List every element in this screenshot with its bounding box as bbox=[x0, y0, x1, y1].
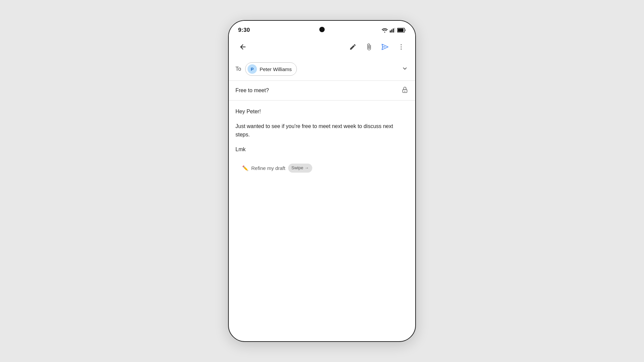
to-field: To P Peter Williams bbox=[229, 58, 415, 81]
swipe-label: Swipe → bbox=[291, 165, 309, 172]
svg-rect-5 bbox=[398, 28, 404, 32]
status-bar: 9:30 bbox=[229, 21, 415, 36]
swipe-badge[interactable]: Swipe → bbox=[288, 164, 312, 173]
more-options-button[interactable] bbox=[394, 40, 409, 54]
refine-bar[interactable]: ✏️ Refine my draft Swipe → bbox=[235, 160, 409, 177]
camera-notch bbox=[319, 27, 325, 32]
subject-field[interactable]: Free to meet? bbox=[229, 81, 415, 101]
lock-icon[interactable] bbox=[401, 86, 409, 95]
back-button[interactable] bbox=[235, 40, 250, 54]
svg-rect-2 bbox=[393, 28, 394, 33]
svg-point-6 bbox=[401, 44, 402, 45]
wifi-icon bbox=[382, 28, 388, 33]
svg-rect-0 bbox=[390, 31, 391, 33]
email-body-text: Hey Peter! Just wanted to see if you're … bbox=[235, 107, 409, 154]
svg-rect-3 bbox=[394, 28, 395, 33]
status-time: 9:30 bbox=[238, 27, 250, 34]
recipient-chip[interactable]: P Peter Williams bbox=[245, 62, 297, 76]
phone-frame: 9:30 bbox=[228, 20, 416, 342]
email-body[interactable]: Hey Peter! Just wanted to see if you're … bbox=[229, 101, 415, 341]
send-button[interactable] bbox=[378, 40, 392, 54]
toolbar bbox=[229, 36, 415, 58]
refine-text: Refine my draft bbox=[251, 164, 285, 172]
body-greeting: Hey Peter! bbox=[235, 107, 409, 116]
svg-point-7 bbox=[401, 47, 402, 48]
to-label: To bbox=[235, 66, 241, 72]
status-icons bbox=[382, 28, 406, 33]
toolbar-actions bbox=[345, 40, 409, 54]
body-closing: Lmk bbox=[235, 145, 409, 154]
avatar: P bbox=[248, 64, 257, 74]
attach-button[interactable] bbox=[362, 40, 376, 54]
subject-text: Free to meet? bbox=[235, 87, 401, 94]
battery-icon bbox=[397, 28, 406, 33]
expand-button[interactable] bbox=[401, 65, 409, 73]
svg-rect-1 bbox=[391, 29, 392, 33]
refine-icon: ✏️ bbox=[242, 164, 249, 172]
svg-point-8 bbox=[401, 49, 402, 50]
signal-icon bbox=[390, 28, 395, 33]
edit-button[interactable] bbox=[345, 40, 360, 54]
recipient-name: Peter Williams bbox=[260, 66, 292, 72]
body-main: Just wanted to see if you're free to mee… bbox=[235, 122, 409, 139]
